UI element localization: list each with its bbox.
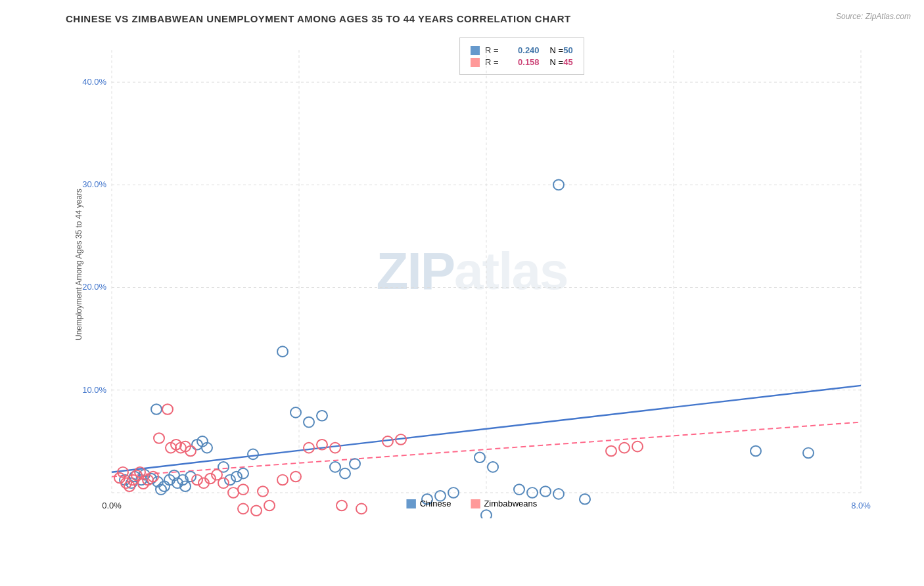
svg-text:8.0%: 8.0% bbox=[851, 501, 871, 510]
zimbabwean-bottom-square bbox=[471, 499, 480, 508]
svg-point-51 bbox=[488, 462, 498, 472]
svg-line-16 bbox=[112, 386, 861, 472]
svg-point-44 bbox=[317, 411, 327, 421]
svg-point-101 bbox=[336, 501, 347, 511]
svg-point-53 bbox=[803, 448, 814, 459]
svg-point-40 bbox=[238, 468, 248, 479]
svg-point-46 bbox=[330, 462, 340, 472]
svg-point-57 bbox=[514, 484, 524, 495]
bottom-legend-zimbabweans: Zimbabweans bbox=[471, 499, 537, 508]
svg-point-38 bbox=[225, 475, 235, 485]
svg-point-62 bbox=[481, 510, 492, 518]
source-label: Source: ZipAtlas.com bbox=[836, 12, 911, 21]
chart-container: Chinese vs Zimbabwean Unemployment Among… bbox=[0, 0, 924, 586]
svg-text:0.0%: 0.0% bbox=[102, 501, 122, 510]
svg-point-91 bbox=[277, 475, 288, 485]
svg-point-73 bbox=[154, 433, 164, 443]
svg-point-84 bbox=[218, 478, 229, 488]
svg-point-36 bbox=[151, 404, 162, 415]
svg-point-98 bbox=[606, 446, 616, 457]
svg-point-95 bbox=[330, 443, 340, 453]
svg-point-88 bbox=[238, 504, 248, 514]
svg-point-48 bbox=[350, 459, 360, 469]
bottom-legend: Chinese Zimbabweans bbox=[407, 499, 538, 508]
svg-point-42 bbox=[277, 346, 288, 357]
svg-text:30.0%: 30.0% bbox=[82, 179, 106, 189]
svg-point-74 bbox=[162, 404, 173, 415]
svg-point-99 bbox=[619, 443, 630, 453]
svg-point-43 bbox=[290, 407, 301, 418]
svg-point-80 bbox=[192, 475, 202, 485]
zimbabwean-bottom-label: Zimbabweans bbox=[484, 499, 537, 508]
svg-text:40.0%: 40.0% bbox=[82, 77, 106, 87]
svg-point-90 bbox=[264, 501, 275, 511]
svg-point-61 bbox=[580, 494, 590, 505]
svg-point-45 bbox=[304, 417, 314, 428]
svg-point-52 bbox=[751, 446, 761, 457]
svg-point-50 bbox=[474, 452, 485, 462]
svg-point-59 bbox=[540, 486, 551, 497]
bottom-legend-chinese: Chinese bbox=[407, 499, 451, 508]
chart-title: Chinese vs Zimbabwean Unemployment Among… bbox=[59, 13, 885, 24]
svg-text:10.0%: 10.0% bbox=[82, 385, 106, 395]
svg-point-47 bbox=[340, 468, 350, 479]
svg-point-89 bbox=[251, 505, 262, 516]
scatter-plot: 40.0% 30.0% 20.0% 10.0% 0.0% 8.0% bbox=[59, 31, 885, 518]
svg-text:20.0%: 20.0% bbox=[82, 282, 106, 292]
svg-point-41 bbox=[248, 449, 258, 460]
chart-area: Unemployment Among Ages 35 to 44 years R… bbox=[59, 31, 885, 518]
svg-point-86 bbox=[238, 484, 248, 495]
svg-point-100 bbox=[632, 441, 643, 452]
svg-point-87 bbox=[258, 486, 268, 497]
chinese-bottom-square bbox=[407, 499, 416, 508]
svg-point-102 bbox=[356, 504, 367, 514]
chinese-bottom-label: Chinese bbox=[420, 499, 451, 508]
svg-point-60 bbox=[553, 489, 564, 499]
svg-point-93 bbox=[304, 443, 314, 453]
svg-point-92 bbox=[290, 472, 301, 482]
svg-point-39 bbox=[231, 472, 242, 482]
